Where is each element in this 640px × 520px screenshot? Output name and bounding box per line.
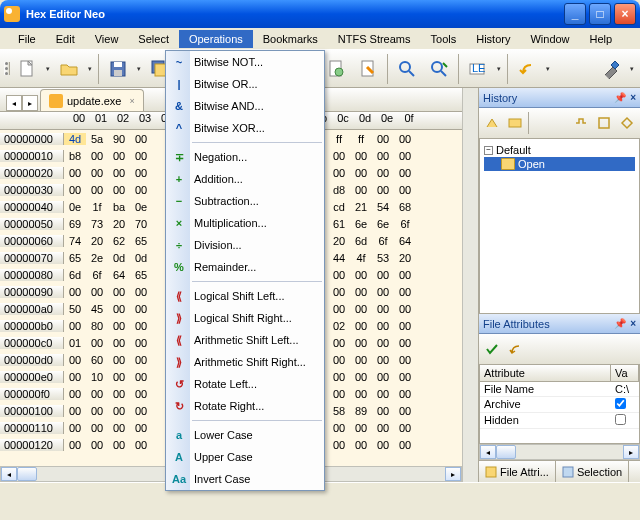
menu-select[interactable]: Select [128, 30, 179, 48]
hex-cell[interactable]: 50 [64, 303, 86, 315]
hex-cell[interactable]: 00 [86, 388, 108, 400]
hex-cell[interactable]: 00 [64, 167, 86, 179]
tab-selection[interactable]: Selection [556, 461, 629, 482]
encoding-dropdown[interactable]: ▾ [495, 65, 503, 73]
op-rotate-left[interactable]: ↺Rotate Left... [166, 373, 324, 395]
tab-update-exe[interactable]: update.exe × [40, 89, 144, 111]
op-rotate-right[interactable]: ↻Rotate Right... [166, 395, 324, 417]
hex-cell[interactable]: 00 [350, 354, 372, 366]
hex-cell[interactable]: 70 [130, 218, 152, 230]
tab-next[interactable]: ▸ [22, 95, 38, 111]
hex-cell[interactable]: 00 [372, 286, 394, 298]
hex-cell[interactable]: 00 [130, 388, 152, 400]
hex-cell[interactable]: 00 [86, 422, 108, 434]
scroll-thumb[interactable] [496, 445, 516, 459]
hex-cell[interactable]: 00 [328, 150, 350, 162]
hex-cell[interactable]: 6e [372, 218, 394, 230]
hex-cell[interactable]: 00 [328, 371, 350, 383]
hex-cell[interactable]: 00 [350, 388, 372, 400]
hex-cell[interactable]: b8 [64, 150, 86, 162]
tab-file-attrs[interactable]: File Attri... [479, 461, 556, 482]
hex-cell[interactable]: 00 [130, 422, 152, 434]
hex-cell[interactable]: 00 [372, 371, 394, 383]
hex-cell[interactable]: 00 [350, 439, 372, 451]
pin-icon[interactable]: 📌 [614, 318, 626, 329]
menu-ntfs-streams[interactable]: NTFS Streams [328, 30, 421, 48]
hex-cell[interactable]: 00 [372, 405, 394, 417]
hex-cell[interactable]: 00 [350, 303, 372, 315]
op-logical-shift-left[interactable]: ⟪Logical Shift Left... [166, 285, 324, 307]
hex-cell[interactable]: 01 [64, 337, 86, 349]
hex-cell[interactable]: 00 [350, 422, 372, 434]
hex-cell[interactable]: 00 [108, 337, 130, 349]
hex-cell[interactable]: 00 [108, 150, 130, 162]
hist-tool-5[interactable] [616, 112, 638, 134]
hex-cell[interactable]: 00 [130, 150, 152, 162]
hex-cell[interactable]: 00 [394, 354, 416, 366]
op-addition[interactable]: +Addition... [166, 168, 324, 190]
hex-cell[interactable]: 00 [328, 269, 350, 281]
hex-cell[interactable]: d8 [328, 184, 350, 196]
hex-cell[interactable]: 00 [328, 354, 350, 366]
menu-file[interactable]: File [8, 30, 46, 48]
hex-cell[interactable]: 62 [108, 235, 130, 247]
hex-cell[interactable]: 00 [108, 286, 130, 298]
hex-cell[interactable]: 00 [394, 422, 416, 434]
hex-cell[interactable]: 00 [86, 286, 108, 298]
op-logical-shift-right[interactable]: ⟫Logical Shift Right... [166, 307, 324, 329]
scroll-left[interactable]: ◂ [480, 445, 496, 459]
hex-cell[interactable]: 65 [64, 252, 86, 264]
hist-tool-4[interactable] [593, 112, 615, 134]
hex-cell[interactable]: 00 [130, 286, 152, 298]
op-bitwise-xor[interactable]: ^Bitwise XOR... [166, 117, 324, 139]
hex-cell[interactable]: 00 [372, 388, 394, 400]
hex-cell[interactable]: 00 [394, 167, 416, 179]
hex-cell[interactable]: 00 [64, 439, 86, 451]
hex-cell[interactable]: 00 [86, 405, 108, 417]
hex-cell[interactable]: 00 [108, 405, 130, 417]
hex-cell[interactable]: 00 [108, 422, 130, 434]
attr-row[interactable]: Archive [480, 397, 639, 413]
hex-cell[interactable]: 00 [130, 405, 152, 417]
open-button[interactable] [54, 54, 84, 84]
hex-cell[interactable]: 00 [394, 320, 416, 332]
hex-cell[interactable]: 00 [350, 371, 372, 383]
hex-cell[interactable]: 00 [372, 133, 394, 145]
attr-apply[interactable] [481, 338, 503, 360]
hex-cell[interactable]: 00 [372, 269, 394, 281]
hex-cell[interactable]: 73 [86, 218, 108, 230]
tool-button-2[interactable] [353, 54, 383, 84]
hex-cell[interactable]: 00 [350, 167, 372, 179]
tab-close-icon[interactable]: × [129, 96, 134, 106]
hex-cell[interactable]: 00 [394, 388, 416, 400]
hex-cell[interactable]: 02 [328, 320, 350, 332]
hex-cell[interactable]: 00 [130, 439, 152, 451]
hex-cell[interactable]: 00 [64, 405, 86, 417]
hex-cell[interactable]: 00 [130, 320, 152, 332]
hex-cell[interactable]: 00 [350, 337, 372, 349]
hex-cell[interactable]: 00 [350, 320, 372, 332]
hex-cell[interactable]: 20 [394, 252, 416, 264]
hex-cell[interactable]: 00 [372, 150, 394, 162]
hex-cell[interactable]: 45 [86, 303, 108, 315]
hex-cell[interactable]: 00 [108, 371, 130, 383]
hex-cell[interactable]: 00 [394, 133, 416, 145]
hex-cell[interactable]: 00 [64, 388, 86, 400]
hex-cell[interactable]: 00 [130, 303, 152, 315]
hex-cell[interactable]: 00 [394, 405, 416, 417]
hex-cell[interactable]: 00 [108, 303, 130, 315]
menu-view[interactable]: View [85, 30, 129, 48]
hex-cell[interactable]: 00 [328, 303, 350, 315]
menu-window[interactable]: Window [520, 30, 579, 48]
hex-cell[interactable]: 00 [372, 303, 394, 315]
scroll-thumb[interactable] [17, 467, 37, 481]
op-negation[interactable]: ∓Negation... [166, 146, 324, 168]
hex-cell[interactable]: 00 [350, 269, 372, 281]
hex-cell[interactable]: 89 [350, 405, 372, 417]
hex-cell[interactable]: 69 [64, 218, 86, 230]
hex-cell[interactable]: 00 [350, 286, 372, 298]
hex-cell[interactable]: 0d [130, 252, 152, 264]
col-attribute[interactable]: Attribute [480, 365, 611, 381]
attr-checkbox[interactable] [615, 398, 626, 409]
hex-cell[interactable]: 00 [64, 354, 86, 366]
